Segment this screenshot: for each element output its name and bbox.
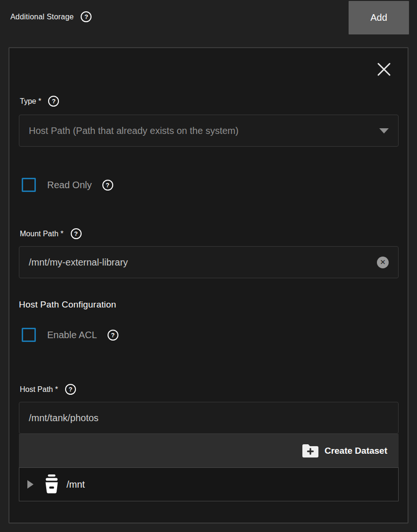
clear-icon[interactable]: ✕ [377, 257, 389, 268]
chevron-down-icon [379, 128, 389, 133]
type-label-row: Type * ? [20, 96, 59, 107]
host-path-label: Host Path * [20, 385, 58, 394]
enable-acl-checkbox[interactable] [22, 328, 36, 342]
additional-storage-card: Type * ? Host Path (Path that already ex… [8, 47, 409, 524]
enable-acl-label: Enable ACL [47, 330, 97, 341]
help-icon[interactable]: ? [81, 11, 92, 22]
help-icon[interactable]: ? [108, 330, 118, 341]
create-dataset-button[interactable]: Create Dataset [302, 444, 387, 457]
expand-arrow-icon[interactable] [27, 480, 33, 489]
mount-path-label: Mount Path * [20, 230, 64, 238]
help-icon[interactable]: ? [48, 96, 59, 107]
type-select-value: Host Path (Path that already exists on t… [29, 125, 239, 136]
read-only-row: Read Only ? [22, 178, 113, 192]
explorer-tree: /mnt [19, 467, 399, 501]
folder-plus-icon [302, 444, 318, 457]
close-icon [376, 62, 392, 77]
host-path-input[interactable] [29, 413, 389, 424]
host-path-field [19, 402, 399, 434]
close-button[interactable] [376, 61, 392, 77]
read-only-label: Read Only [47, 180, 92, 191]
help-icon[interactable]: ? [102, 180, 113, 191]
mount-path-input[interactable] [29, 257, 377, 268]
read-only-checkbox[interactable] [22, 178, 36, 192]
page-title: Additional Storage [10, 13, 74, 21]
enable-acl-row: Enable ACL ? [22, 328, 118, 342]
help-icon[interactable]: ? [71, 228, 82, 239]
mount-path-field: ✕ [19, 246, 399, 278]
tree-node-label: /mnt [67, 479, 85, 490]
add-button[interactable]: Add [349, 1, 409, 34]
explorer-toolbar: Create Dataset [19, 434, 399, 467]
host-path-label-row: Host Path * ? [20, 384, 76, 395]
help-icon[interactable]: ? [65, 384, 76, 395]
host-path-config-heading: Host Path Configuration [19, 299, 116, 310]
dataset-icon [43, 474, 60, 494]
mount-path-label-row: Mount Path * ? [20, 228, 82, 239]
tree-row-mnt[interactable]: /mnt [19, 468, 398, 501]
section-header: Additional Storage ? [10, 11, 92, 22]
type-label: Type * [20, 97, 41, 106]
create-dataset-label: Create Dataset [325, 446, 387, 456]
type-select[interactable]: Host Path (Path that already exists on t… [19, 115, 399, 147]
